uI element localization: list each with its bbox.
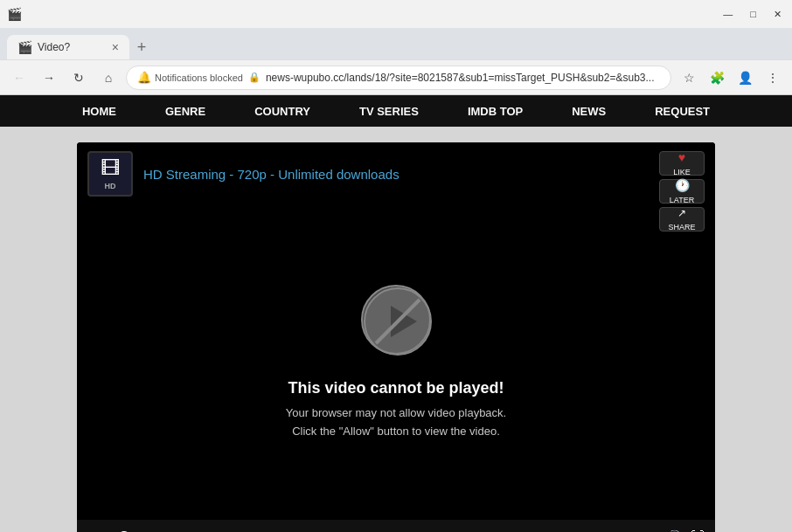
- forward-button[interactable]: →: [37, 66, 61, 90]
- later-button[interactable]: 🕐 LATER: [659, 179, 705, 204]
- menu-button[interactable]: ⋮: [761, 66, 785, 90]
- address-text: news-wupubo.cc/lands/18/?site=8021587&su…: [266, 72, 660, 84]
- play-button[interactable]: ▶: [87, 529, 98, 533]
- error-line2: Click the "Allow" button to view the vid…: [292, 423, 500, 441]
- minimize-button[interactable]: —: [719, 5, 736, 23]
- error-title: This video cannot be played!: [288, 379, 504, 397]
- site-nav: HOME GENRE COUNTRY TV SERIES IMDB TOP NE…: [0, 95, 792, 127]
- nav-actions: ☆ 🧩 👤 ⋮: [677, 66, 785, 90]
- play-unavailable-icon: [361, 285, 431, 355]
- browser-tab[interactable]: 🎬 Video? ×: [7, 35, 129, 59]
- nav-bar: ← → ↻ ⌂ 🔔 Notifications blocked 🔒 news-w…: [0, 59, 792, 94]
- maximize-button[interactable]: □: [747, 5, 760, 23]
- window-icon: 🎬: [7, 7, 22, 21]
- volume-button[interactable]: 🔊: [664, 529, 682, 533]
- clock-icon: 🕐: [675, 178, 690, 192]
- home-button[interactable]: ⌂: [96, 66, 121, 90]
- video-controls: ▶ 🔊 ⛶: [77, 520, 715, 532]
- share-button[interactable]: ↗ SHARE: [659, 207, 705, 231]
- film-reel-icon: 🎞 HD: [87, 151, 133, 197]
- new-tab-button[interactable]: +: [129, 35, 154, 59]
- nav-item-imdb-top[interactable]: IMDB TOP: [443, 105, 547, 118]
- tab-close-button[interactable]: ×: [112, 40, 119, 54]
- address-bar[interactable]: 🔔 Notifications blocked 🔒 news-wupubo.cc…: [126, 66, 671, 90]
- video-actions: ♥ LIKE 🕐 LATER ↗ SHARE: [659, 151, 705, 231]
- refresh-button[interactable]: ↻: [66, 66, 91, 90]
- notification-blocked: 🔔 Notifications blocked: [137, 71, 243, 84]
- hd-label: HD: [105, 182, 116, 190]
- video-title: HD Streaming - 720p - Unlimited download…: [143, 167, 399, 182]
- bell-icon: 🔔: [137, 71, 151, 84]
- tab-favicon: 🎬: [17, 40, 32, 54]
- nav-item-news[interactable]: NEWS: [547, 105, 630, 118]
- bookmark-star-button[interactable]: ☆: [677, 66, 701, 90]
- nav-item-genre[interactable]: GENRE: [141, 105, 230, 118]
- nav-item-tv-series[interactable]: TV SERIES: [335, 105, 443, 118]
- share-icon: ↗: [677, 207, 686, 219]
- title-bar: 🎬 — □ ✕: [0, 0, 792, 28]
- tab-title: Video?: [38, 41, 70, 53]
- close-button[interactable]: ✕: [770, 5, 785, 24]
- back-button[interactable]: ←: [7, 66, 31, 90]
- video-player: 🎞 HD HD Streaming - 720p - Unlimited dow…: [77, 142, 715, 532]
- lock-icon: 🔒: [248, 72, 261, 83]
- video-header: 🎞 HD HD Streaming - 720p - Unlimited dow…: [77, 142, 715, 205]
- main-content: 🎞 HD HD Streaming - 720p - Unlimited dow…: [0, 127, 792, 532]
- heart-icon: ♥: [678, 150, 685, 164]
- video-body: This video cannot be played! Your browse…: [77, 205, 715, 520]
- nav-item-country[interactable]: COUNTRY: [230, 105, 335, 118]
- error-line1: Your browser may not allow video playbac…: [286, 404, 506, 423]
- like-button[interactable]: ♥ LIKE: [659, 151, 705, 176]
- nav-item-home[interactable]: HOME: [58, 105, 141, 118]
- nav-item-request[interactable]: REQUEST: [630, 105, 734, 118]
- profile-button[interactable]: 👤: [733, 66, 757, 90]
- extensions-button[interactable]: 🧩: [705, 66, 729, 90]
- tab-bar: 🎬 Video? × +: [0, 28, 792, 59]
